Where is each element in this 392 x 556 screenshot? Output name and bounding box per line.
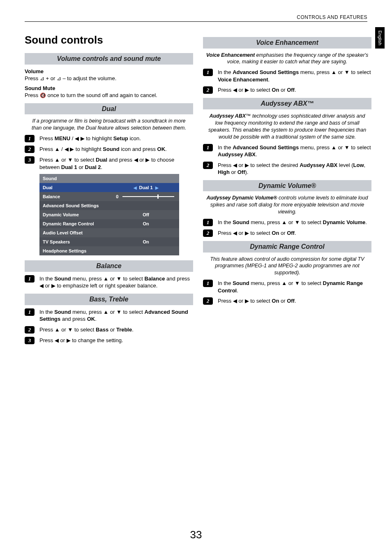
arrow-lr-icon: [75, 135, 85, 141]
section-header-drc: Dynamic Range Control: [203, 241, 371, 253]
step-badge: 1: [203, 280, 213, 287]
page-title: Sound controls: [25, 33, 193, 47]
arrow-right-icon: [51, 283, 55, 289]
step-badge: 2: [25, 326, 35, 334]
arrow-lr-icon: [65, 146, 74, 152]
arrow-up-icon: [103, 276, 108, 282]
menu-row-dynvol: Dynamic VolumeOff: [39, 210, 179, 219]
section-header-volume: Volume controls and sound mute: [25, 53, 193, 65]
page-number: 33: [0, 528, 392, 542]
step-badge: 3: [25, 156, 35, 164]
volume-up-icon: [40, 75, 44, 81]
language-tab: English: [375, 27, 385, 49]
arrow-down-icon: [295, 219, 300, 225]
step-badge: 1: [25, 308, 35, 316]
abx-step-2: 2 Press or to select the desired Audysse…: [203, 162, 371, 176]
arrow-down-icon: [344, 69, 350, 75]
dual-step-3: 3 Press or to select Dual and press or t…: [25, 156, 193, 171]
step-badge: 1: [203, 219, 213, 226]
menu-row-headphone: Headphone Settings: [39, 246, 179, 255]
arrow-down-icon: [68, 157, 73, 163]
arrow-up-icon: [331, 69, 337, 75]
mute-icon: [40, 92, 46, 98]
menu-row-advanced: Advanced Sound Settings: [39, 201, 179, 210]
header-breadcrumb: CONTROLS AND FEATURES: [297, 14, 367, 21]
arrow-right-icon: [245, 230, 249, 236]
arrow-up-icon: [55, 157, 60, 163]
dual-intro: If a programme or film is being broadcas…: [25, 118, 193, 132]
section-header-dual: Dual: [25, 103, 193, 115]
arrow-down-icon: [116, 309, 122, 315]
dynvol-step-2: 2 Press or to select On or Off.: [203, 229, 371, 237]
mute-text: Press once to turn the sound off and aga…: [25, 92, 193, 99]
dual-step-2: 2 Press / to highlight Sound icon and pr…: [25, 146, 193, 153]
menu-row-dual: Dual ◀Dual 1▶: [39, 183, 179, 192]
step-badge: 2: [203, 86, 213, 94]
step-badge: 1: [25, 135, 35, 142]
arrow-up-icon: [55, 327, 60, 333]
arrow-up-icon: [281, 280, 287, 286]
menu-title-row: Sound: [39, 174, 179, 183]
arrow-left-icon: [233, 298, 237, 304]
abx-step-1: 1 In the Advanced Sound Settings menu, p…: [203, 144, 371, 158]
arrow-right-icon: [145, 157, 150, 163]
arrow-left-icon: [233, 230, 237, 236]
drc-step-1: 1 In the Sound menu, press or to select …: [203, 280, 371, 294]
step-badge: 2: [25, 146, 35, 153]
arrow-up-icon: [103, 309, 108, 315]
arrow-right-icon: [245, 298, 249, 304]
drc-intro: This feature allows control of audio com…: [203, 256, 371, 277]
menu-row-tvspk: TV SpeakersOn: [39, 237, 179, 246]
volume-label: Volume: [25, 68, 193, 75]
volume-text: Press + or – to adjust the volume.: [25, 75, 193, 82]
arrow-right-icon: [245, 162, 249, 168]
arrow-right-icon: [245, 87, 249, 93]
arrow-down-icon: [344, 144, 350, 151]
bass-step-2: 2 Press or to select Bass or Treble.: [25, 326, 193, 334]
mute-label: Sound Mute: [25, 85, 193, 92]
voice-step-2: 2 Press or to select On or Off.: [203, 86, 371, 94]
bass-step-3: 3 Press or to change the setting.: [25, 337, 193, 344]
section-header-abx: Audyssey ABX™: [203, 98, 371, 109]
arrow-left-icon: [55, 337, 59, 343]
arrow-right-icon: ▶: [155, 185, 159, 191]
section-header-dynvol: Dynamic Volume®: [203, 180, 371, 192]
arrow-up-icon: [331, 144, 337, 151]
dynvol-step-1: 1 In the Sound menu, press or to select …: [203, 219, 371, 226]
dual-step-1: 1 Press MENU / to highlight Setup icon.: [25, 135, 193, 142]
balance-slider: [122, 196, 174, 197]
step-badge: 1: [203, 69, 213, 76]
arrow-left-icon: [233, 87, 237, 93]
section-header-balance: Balance: [25, 260, 193, 272]
arrow-down-icon: [68, 327, 73, 333]
step-badge: 2: [203, 297, 213, 305]
arrow-left-icon: [39, 283, 44, 289]
step-badge: 2: [203, 229, 213, 237]
arrow-down-icon: [295, 280, 300, 286]
header-rule: [25, 21, 367, 22]
arrow-left-icon: [233, 162, 237, 168]
step-badge: 3: [25, 337, 35, 344]
step-badge: 1: [25, 275, 35, 283]
abx-intro: Audyssey ABX™ technology uses sophistica…: [203, 113, 371, 141]
step-badge: 1: [203, 144, 213, 151]
arrow-up-icon: [281, 219, 287, 225]
bass-step-1: 1 In the Sound menu, press or to select …: [25, 308, 193, 323]
dynvol-intro: Audyssey Dynamic Volume® controls volume…: [203, 195, 371, 215]
menu-row-offset: Audio Level Offset: [39, 228, 179, 237]
arrow-left-icon: [134, 157, 138, 163]
section-header-voice: Voice Enhancement: [203, 37, 371, 49]
volume-down-icon: [57, 75, 61, 81]
arrow-right-icon: [67, 337, 71, 343]
voice-intro: Voice Enhancement emphasises the frequen…: [203, 52, 371, 66]
arrow-up-icon: [55, 146, 60, 152]
arrow-left-icon: ◀: [134, 185, 137, 191]
step-badge: 2: [203, 162, 213, 169]
menu-row-balance: Balance 0: [39, 192, 179, 201]
balance-step-1: 1 In the Sound menu, press or to select …: [25, 275, 193, 290]
arrow-down-icon: [116, 276, 122, 282]
right-column: Voice Enhancement Voice Enhancement emph…: [203, 33, 371, 348]
sound-menu-table: Sound Dual ◀Dual 1▶ Balance 0 Advanced S…: [39, 174, 179, 255]
section-header-bass: Bass, Treble: [25, 294, 193, 305]
voice-step-1: 1 In the Advanced Sound Settings menu, p…: [203, 69, 371, 83]
